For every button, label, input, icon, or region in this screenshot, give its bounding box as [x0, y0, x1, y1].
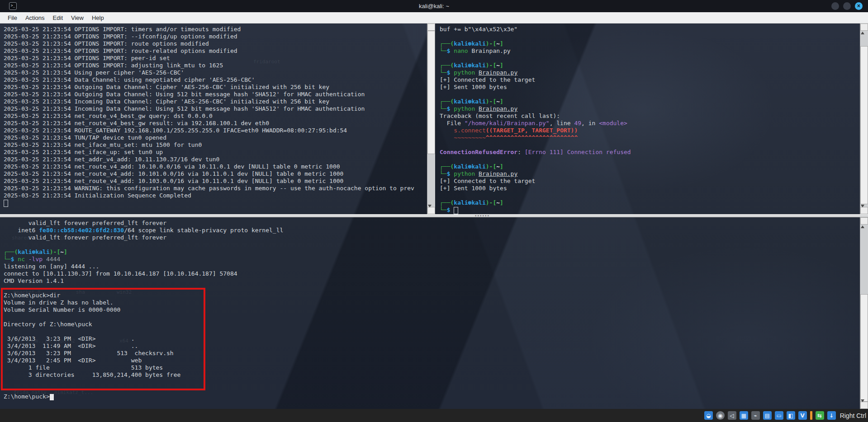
- terminal-line: ┌──(kali⊛kali)-[~]: [440, 98, 860, 105]
- terminal-line: 2025-03-25 21:23:54 ROUTE_GATEWAY 192.16…: [4, 127, 427, 134]
- scroll-down-icon[interactable]: [860, 207, 868, 214]
- terminal-line: ┌──(kali⊛kali)-[~]: [440, 199, 860, 206]
- bottom-pane-scrollbar[interactable]: [860, 217, 868, 409]
- terminal-line: 2025-03-25 21:23:54 net_route_v4_best_gw…: [4, 120, 427, 127]
- harddisk-icon: ◒: [704, 411, 713, 420]
- terminal-line: listening on [any] 4444 ...: [4, 263, 860, 270]
- terminal-area: fridarootshadowtesthok.jssharedfrida_cry…: [0, 23, 868, 409]
- terminal-line: 2025-03-25 21:23:54 OPTIONS IMPORT: rout…: [4, 47, 427, 55]
- arrow-icon: ↓: [827, 411, 836, 420]
- scrollbar-thumb[interactable]: [860, 46, 868, 204]
- terminal-line: ┌──(kali⊛kali)-[~]: [440, 40, 860, 47]
- netcat-shell-pane[interactable]: valid_lft forever preferred_lft forever …: [0, 217, 860, 409]
- terminal-line: [+] Connected to the target: [440, 178, 860, 185]
- scroll-up-icon[interactable]: [860, 23, 868, 31]
- terminal-line: └─$ nano Brainpan.py: [440, 47, 860, 55]
- features-icon: V: [798, 411, 807, 420]
- pane-splitter[interactable]: ••••••: [0, 214, 868, 217]
- terminal-line: └─$ nc -lvp 4444: [4, 256, 860, 263]
- terminal-line: ┌──(kali⊛kali)-[~]: [440, 62, 860, 69]
- terminal-line: ~~~~~~~~~^^^^^^^^^^^^^^^^^^^^^^^^^^: [440, 134, 860, 141]
- terminal-line: 2025-03-25 21:23:54 OPTIONS IMPORT: rout…: [4, 40, 427, 47]
- terminal-line: valid_lft forever preferred_lft forever: [4, 220, 860, 227]
- terminal-line: 2025-03-25 21:23:54 net_iface_up: set tu…: [4, 149, 427, 156]
- audio-icon: ◁: [728, 411, 736, 420]
- terminal-line: 2025-03-25 21:23:54 net_iface_mtu_set: m…: [4, 141, 427, 149]
- terminal-line: 2025-03-25 21:23:54 Incoming Data Channe…: [4, 105, 427, 113]
- host-key-label: Right Ctrl: [840, 412, 866, 419]
- terminal-line: └─$ python Brainpan.py: [440, 105, 860, 113]
- terminal-line: 2025-03-25 21:23:54 OPTIONS IMPORT: peer…: [4, 55, 427, 62]
- terminal-line: 2025-03-25 21:23:54 Data Channel: using …: [4, 76, 427, 84]
- terminal-line: [440, 141, 860, 149]
- window-controls: ×: [831, 2, 863, 10]
- cd-icon: ◉: [716, 411, 725, 420]
- terminal-line: [4, 241, 860, 249]
- terminal-line: [440, 156, 860, 163]
- openvpn-log-pane[interactable]: 2025-03-25 21:23:54 OPTIONS IMPORT: time…: [0, 23, 427, 214]
- terminal-line: 2025-03-25 21:23:54 Incoming Data Channe…: [4, 98, 427, 105]
- terminal-line: [+] Sent 1000 bytes: [440, 84, 860, 91]
- terminal-line: inet6 fe80::cb58:4e02:6fd2:830/64 scope …: [4, 227, 860, 234]
- terminal-line: 2025-03-25 21:23:54 Initialization Seque…: [4, 192, 427, 199]
- terminal-line: └─$: [440, 206, 860, 214]
- window-titlebar: >_ kali@kali: ~ ×: [0, 0, 868, 12]
- terminal-line: 2025-03-25 21:23:54 WARNING: this config…: [4, 185, 427, 192]
- terminal-line: [440, 91, 860, 98]
- exploit-terminal-pane[interactable]: buf += b"\x4a\x52\x3e"┌──(kali⊛kali)-[~]…: [436, 23, 860, 214]
- cpu-indicator: [810, 411, 812, 420]
- terminal-line: 2025-03-25 21:23:54 net_route_v4_best_gw…: [4, 113, 427, 120]
- scrollbar-thumb[interactable]: [427, 31, 435, 154]
- highlight-rectangle: [1, 288, 205, 390]
- menu-item-help[interactable]: Help: [88, 13, 108, 23]
- terminal-line: ConnectionRefusedError: [Errno 111] Conn…: [440, 149, 860, 156]
- terminal-line: 2025-03-25 21:23:54 net_route_v4_add: 10…: [4, 178, 427, 185]
- display-icon: ▭: [775, 411, 783, 420]
- terminal-line: buf += b"\x4a\x52\x3e": [440, 26, 860, 33]
- terminal-line: 2025-03-25 21:23:54 OPTIONS IMPORT: time…: [4, 26, 427, 33]
- terminal-line: s.connect((TARGET_IP, TARGET_PORT)): [440, 127, 860, 134]
- terminal-line: [4, 199, 427, 206]
- terminal-line: 2025-03-25 21:23:54 OPTIONS IMPORT: --if…: [4, 33, 427, 40]
- maximize-button[interactable]: [843, 2, 851, 10]
- close-button[interactable]: ×: [855, 2, 863, 10]
- recording-icon: ◧: [787, 411, 795, 420]
- terminal-line: 2025-03-25 21:23:54 Using peer cipher 'A…: [4, 69, 427, 76]
- menu-bar: FileActionsEditViewHelp: [0, 12, 868, 23]
- menu-item-view[interactable]: View: [67, 13, 88, 23]
- terminal-line: ┌──(kali⊛kali)-[~]: [4, 249, 860, 256]
- terminal-line: [440, 33, 860, 40]
- usb-icon: ⌁: [751, 411, 760, 420]
- scrollbar-thumb[interactable]: [860, 294, 868, 402]
- left-pane-scrollbar[interactable]: [427, 23, 435, 214]
- menu-item-actions[interactable]: Actions: [21, 13, 49, 23]
- menu-item-file[interactable]: File: [4, 13, 21, 23]
- terminal-icon: >_: [9, 2, 17, 10]
- terminal-line: [440, 192, 860, 199]
- terminal-line: 2025-03-25 21:23:54 TUN/TAP device tun0 …: [4, 134, 427, 141]
- statusbar-icons: ◒◉◁▦⌁▤▭◧V⇆↓: [701, 411, 836, 420]
- terminal-line: [440, 55, 860, 62]
- scroll-up-icon[interactable]: [427, 23, 435, 31]
- terminal-line: 2025-03-25 21:23:54 net_route_v4_add: 10…: [4, 163, 427, 170]
- terminal-line: 2025-03-25 21:23:54 net_addr_v4_add: 10.…: [4, 156, 427, 163]
- terminal-line: valid_lft forever preferred_lft forever: [4, 234, 860, 241]
- mouse-integration-icon: ⇆: [816, 411, 824, 420]
- minimize-button[interactable]: [831, 2, 839, 10]
- terminal-line: 2025-03-25 21:23:54 OPTIONS IMPORT: adju…: [4, 62, 427, 69]
- terminal-line: └─$ python Brainpan.py: [440, 170, 860, 178]
- terminal-line: CMD Version 1.4.1: [4, 277, 860, 285]
- terminal-line: connect to [10.11.130.37] from 10.10.164…: [4, 270, 860, 277]
- window-title: kali@kali: ~: [0, 3, 868, 9]
- network-icon: ▦: [740, 411, 748, 420]
- terminal-line: └─$ python Brainpan.py: [440, 69, 860, 76]
- scroll-down-icon[interactable]: [427, 207, 435, 214]
- folder-icon: ▤: [763, 411, 772, 420]
- right-pane-scrollbar[interactable]: [860, 23, 868, 214]
- menu-item-edit[interactable]: Edit: [49, 13, 67, 23]
- scroll-down-icon[interactable]: [860, 402, 868, 409]
- terminal-line: [+] Sent 1000 bytes: [440, 185, 860, 192]
- terminal-line: File "/home/kali/Brainpan.py", line 49, …: [440, 120, 860, 127]
- scroll-up-icon[interactable]: [860, 217, 868, 225]
- terminal-line: 2025-03-25 21:23:54 Outgoing Data Channe…: [4, 84, 427, 91]
